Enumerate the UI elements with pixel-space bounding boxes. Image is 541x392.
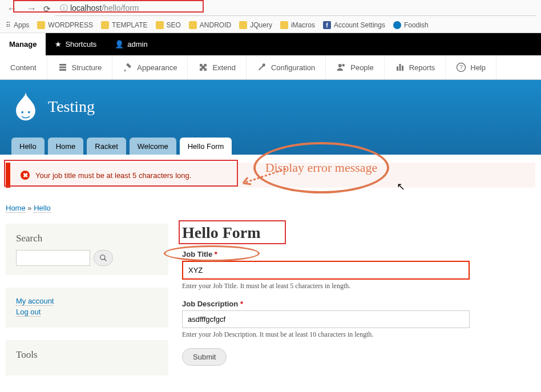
job-description-label: Job Description * xyxy=(182,300,535,308)
drupal-logo xyxy=(11,90,40,123)
bookmarks-bar: ⠿Apps WORDPRESS TEMPLATE SEO ANDROID JQu… xyxy=(0,18,541,33)
menu-structure[interactable]: Structure xyxy=(47,55,113,79)
url-host: localhost xyxy=(70,3,102,13)
admin-toolbar: Manage ★Shortcuts 👤admin xyxy=(0,33,541,55)
url-bar[interactable]: ⓘ localhost/hello/form xyxy=(55,2,536,16)
facebook-icon: f xyxy=(323,21,331,29)
user-block: My account Log out xyxy=(6,288,168,328)
block-title: Tools xyxy=(16,349,158,361)
breadcrumb-hello[interactable]: Hello xyxy=(34,204,51,213)
user-icon: 👤 xyxy=(115,40,124,49)
admin-menu: Content Structure Appearance Extend Conf… xyxy=(0,55,541,80)
paintbrush-icon xyxy=(123,62,133,72)
folder-icon xyxy=(239,21,247,29)
breadcrumb-home[interactable]: Home xyxy=(6,204,26,213)
apps-icon: ⠿ xyxy=(6,21,11,29)
svg-rect-3 xyxy=(399,64,401,71)
form-item-job-description: Job Description * Enter your Job Descrip… xyxy=(182,300,535,339)
people-icon xyxy=(336,62,346,72)
error-icon: ✖ xyxy=(21,171,30,180)
job-title-input[interactable] xyxy=(182,261,470,280)
tab-hello-form[interactable]: Hello Form xyxy=(180,138,232,155)
sidebar: Search My account Log out Tools xyxy=(6,224,168,388)
link-log-out[interactable]: Log out xyxy=(16,308,41,317)
link-my-account[interactable]: My account xyxy=(16,297,54,306)
breadcrumb: Home » Hello xyxy=(6,204,535,212)
menu-help[interactable]: ?Help xyxy=(446,55,496,79)
info-icon: ⓘ xyxy=(60,3,70,13)
svg-point-8 xyxy=(28,111,30,114)
bookmark-item[interactable]: ANDROID xyxy=(189,21,231,29)
back-icon[interactable]: ← xyxy=(5,3,19,15)
block-title: Search xyxy=(16,233,158,244)
required-marker: * xyxy=(240,300,243,308)
svg-point-1 xyxy=(342,64,345,67)
structure-icon xyxy=(58,62,68,72)
bookmark-item[interactable]: SEO xyxy=(156,21,181,29)
puzzle-icon xyxy=(198,62,208,72)
menu-configuration[interactable]: Configuration xyxy=(247,55,326,79)
search-icon xyxy=(99,254,107,262)
svg-rect-2 xyxy=(397,67,398,71)
job-description-input[interactable] xyxy=(182,310,470,328)
cursor-icon: ↖ xyxy=(397,180,405,193)
reload-icon[interactable]: ⟳ xyxy=(43,4,51,14)
toolbar-shortcuts[interactable]: ★Shortcuts xyxy=(46,33,106,55)
page-title: Hello Form xyxy=(182,224,535,242)
messages-region: ✖ Your job title must be at least 5 char… xyxy=(0,155,541,196)
site-header: Testing Hello Home Racket Welcome Hello … xyxy=(0,80,541,155)
menu-appearance[interactable]: Appearance xyxy=(112,55,188,79)
svg-point-7 xyxy=(21,111,23,114)
folder-icon xyxy=(37,21,45,29)
job-description-description: Enter your Job Description. It must be a… xyxy=(182,330,535,339)
wrench-icon xyxy=(257,62,267,72)
apps-button[interactable]: ⠿Apps xyxy=(6,21,29,29)
form-item-job-title: Job Title * Enter your Job Title. It mus… xyxy=(182,250,535,290)
bookmark-item[interactable]: JQuery xyxy=(239,21,272,29)
tab-home[interactable]: Home xyxy=(48,138,84,155)
bookmark-item[interactable]: iMacros xyxy=(280,21,315,29)
folder-icon xyxy=(156,21,164,29)
tab-racket[interactable]: Racket xyxy=(87,138,126,155)
job-title-label: Job Title * xyxy=(182,250,535,258)
search-input[interactable] xyxy=(16,250,90,266)
main-content: Hello Form Job Title * Enter your Job Ti… xyxy=(182,224,535,388)
help-icon: ? xyxy=(456,62,466,72)
primary-tabs: Hello Home Racket Welcome Hello Form xyxy=(11,138,530,155)
site-name[interactable]: Testing xyxy=(48,98,95,116)
svg-point-9 xyxy=(100,255,105,260)
folder-icon xyxy=(189,21,197,29)
url-path: /hello/form xyxy=(102,3,139,13)
menu-extend[interactable]: Extend xyxy=(188,55,246,79)
tab-hello[interactable]: Hello xyxy=(11,138,45,155)
menu-people[interactable]: People xyxy=(326,55,384,79)
submit-button[interactable]: Submit xyxy=(182,348,227,366)
drupal-icon xyxy=(393,21,401,29)
forward-icon[interactable]: → xyxy=(24,3,39,15)
required-marker: * xyxy=(215,250,217,258)
job-title-description: Enter your Job Title. It must be at leas… xyxy=(182,282,535,290)
bookmark-item[interactable]: WORDPRESS xyxy=(37,21,93,29)
bookmark-item[interactable]: Foodish xyxy=(393,21,429,29)
svg-point-0 xyxy=(338,64,342,67)
folder-icon xyxy=(280,21,288,29)
folder-icon xyxy=(101,21,109,29)
star-icon: ★ xyxy=(55,40,62,49)
error-text: Your job title must be at least 5 charac… xyxy=(35,171,191,180)
error-message: ✖ Your job title must be at least 5 char… xyxy=(6,163,535,188)
search-block: Search xyxy=(6,224,168,275)
tab-welcome[interactable]: Welcome xyxy=(130,138,176,155)
tools-block: Tools xyxy=(6,340,168,375)
chart-icon xyxy=(395,62,405,72)
toolbar-user[interactable]: 👤admin xyxy=(106,33,156,55)
menu-content[interactable]: Content xyxy=(0,55,47,79)
menu-reports[interactable]: Reports xyxy=(385,55,446,79)
svg-text:?: ? xyxy=(459,64,463,71)
bookmark-item[interactable]: TEMPLATE xyxy=(101,21,147,29)
toolbar-manage[interactable]: Manage xyxy=(0,33,46,55)
bookmark-item[interactable]: fAccount Settings xyxy=(323,21,385,29)
browser-chrome: ← → ⟳ ⓘ localhost/hello/form ⠿Apps WORDP… xyxy=(0,0,541,33)
svg-rect-4 xyxy=(402,66,403,71)
search-button[interactable] xyxy=(94,250,113,266)
